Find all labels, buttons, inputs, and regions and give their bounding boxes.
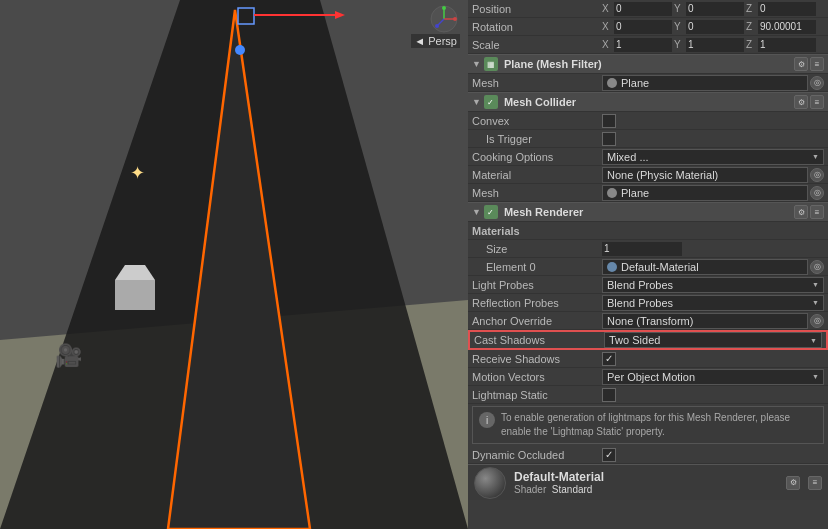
light-probes-value: Blend Probes bbox=[607, 279, 673, 291]
svg-point-13 bbox=[442, 6, 446, 10]
mesh-filter-btn1[interactable]: ⚙ bbox=[794, 57, 808, 71]
dynamic-occluded-checkbox[interactable]: ✓ bbox=[602, 448, 616, 462]
rotation-x-input[interactable] bbox=[614, 20, 672, 34]
cooking-options-label: Cooking Options bbox=[472, 151, 602, 163]
mesh-renderer-btn1[interactable]: ⚙ bbox=[794, 205, 808, 219]
receive-shadows-checkbox[interactable]: ✓ bbox=[602, 352, 616, 366]
mesh-filter-btn2[interactable]: ≡ bbox=[810, 57, 824, 71]
position-x-input[interactable] bbox=[614, 2, 672, 16]
collider-mesh-label: Mesh bbox=[472, 187, 602, 199]
dynamic-occluded-label: Dynamic Occluded bbox=[472, 449, 602, 461]
light-probes-dropdown[interactable]: Blend Probes bbox=[602, 277, 824, 293]
position-z-field: Z bbox=[746, 2, 816, 16]
reflection-probes-dropdown[interactable]: Blend Probes bbox=[602, 295, 824, 311]
mesh-collider-btn1[interactable]: ⚙ bbox=[794, 95, 808, 109]
mesh-filter-mesh-selector[interactable]: ◎ bbox=[810, 76, 824, 90]
info-text: To enable generation of lightmaps for th… bbox=[501, 411, 817, 439]
lightmap-static-row: Lightmap Static bbox=[468, 386, 828, 404]
material-info: Default-Material Shader Standard bbox=[514, 470, 778, 495]
collider-material-row: Material None (Physic Material) ◎ bbox=[468, 166, 828, 184]
mesh-collider-title: Mesh Collider bbox=[504, 96, 794, 108]
anchor-override-field[interactable]: None (Transform) bbox=[602, 313, 808, 329]
receive-shadows-label: Receive Shadows bbox=[472, 353, 602, 365]
mesh-collider-btn2[interactable]: ≡ bbox=[810, 95, 824, 109]
info-box: i To enable generation of lightmaps for … bbox=[472, 406, 824, 444]
position-y-input[interactable] bbox=[686, 2, 744, 16]
element0-dot bbox=[607, 262, 617, 272]
anchor-override-label: Anchor Override bbox=[472, 315, 602, 327]
cooking-options-value: Mixed ... bbox=[607, 151, 649, 163]
sun-icon: ✦ bbox=[130, 162, 148, 180]
collider-mesh-selector[interactable]: ◎ bbox=[810, 186, 824, 200]
viewport[interactable]: ◄ Persp ✦ 🎥 bbox=[0, 0, 468, 529]
scale-y-field: Y bbox=[674, 38, 744, 52]
rotation-label: Rotation bbox=[472, 21, 602, 33]
mesh-filter-header[interactable]: ▼ ▦ Plane (Mesh Filter) ⚙ ≡ bbox=[468, 54, 828, 74]
collider-material-label: Material bbox=[472, 169, 602, 181]
anchor-override-selector[interactable]: ◎ bbox=[810, 314, 824, 328]
scene-svg bbox=[0, 0, 468, 529]
material-slot-btn2[interactable]: ≡ bbox=[808, 476, 822, 490]
element0-label: Element 0 bbox=[472, 261, 602, 273]
material-slot[interactable]: Default-Material Shader Standard ⚙ ≡ bbox=[468, 464, 828, 500]
mesh-collider-icon: ✓ bbox=[484, 95, 498, 109]
convex-checkbox[interactable] bbox=[602, 114, 616, 128]
info-icon: i bbox=[479, 412, 495, 428]
materials-size-row: Size bbox=[468, 240, 828, 258]
mesh-collider-arrow: ▼ bbox=[472, 97, 481, 107]
scale-x-input[interactable] bbox=[614, 38, 672, 52]
mesh-filter-mesh-value: Plane bbox=[621, 77, 649, 89]
mesh-collider-header[interactable]: ▼ ✓ Mesh Collider ⚙ ≡ bbox=[468, 92, 828, 112]
is-trigger-checkbox[interactable] bbox=[602, 132, 616, 146]
scale-z-input[interactable] bbox=[758, 38, 816, 52]
convex-row: Convex bbox=[468, 112, 828, 130]
collider-material-selector[interactable]: ◎ bbox=[810, 168, 824, 182]
rotation-y-field: Y bbox=[674, 20, 744, 34]
rotation-z-input[interactable] bbox=[758, 20, 816, 34]
position-z-input[interactable] bbox=[758, 2, 816, 16]
motion-vectors-value: Per Object Motion bbox=[607, 371, 695, 383]
cast-shadows-label: Cast Shadows bbox=[474, 334, 604, 346]
camera-icon: 🎥 bbox=[55, 343, 82, 369]
rotation-fields: X Y Z bbox=[602, 20, 824, 34]
reflection-probes-label: Reflection Probes bbox=[472, 297, 602, 309]
materials-size-input[interactable] bbox=[602, 242, 682, 256]
mesh-filter-mesh-field[interactable]: Plane bbox=[602, 75, 808, 91]
scale-fields: X Y Z bbox=[602, 38, 824, 52]
collider-material-field[interactable]: None (Physic Material) bbox=[602, 167, 808, 183]
cooking-options-dropdown[interactable]: Mixed ... bbox=[602, 149, 824, 165]
mesh-renderer-header[interactable]: ▼ ✓ Mesh Renderer ⚙ ≡ bbox=[468, 202, 828, 222]
element0-selector[interactable]: ◎ bbox=[810, 260, 824, 274]
cast-shadows-dropdown[interactable]: Two Sided bbox=[604, 332, 822, 348]
light-probes-row: Light Probes Blend Probes bbox=[468, 276, 828, 294]
collider-material-value: None (Physic Material) bbox=[607, 169, 718, 181]
mesh-filter-arrow: ▼ bbox=[472, 59, 481, 69]
mesh-renderer-btn2[interactable]: ≡ bbox=[810, 205, 824, 219]
shader-value: Standard bbox=[552, 484, 593, 495]
position-row: Position X Y Z bbox=[468, 0, 828, 18]
materials-group-row: Materials bbox=[468, 222, 828, 240]
receive-shadows-row: Receive Shadows ✓ bbox=[468, 350, 828, 368]
motion-vectors-label: Motion Vectors bbox=[472, 371, 602, 383]
position-fields: X Y Z bbox=[602, 2, 824, 16]
collider-mesh-field[interactable]: Plane bbox=[602, 185, 808, 201]
axis-widget bbox=[430, 5, 458, 33]
mesh-renderer-buttons: ⚙ ≡ bbox=[794, 205, 824, 219]
motion-vectors-row: Motion Vectors Per Object Motion bbox=[468, 368, 828, 386]
rotation-row: Rotation X Y Z bbox=[468, 18, 828, 36]
position-y-field: Y bbox=[674, 2, 744, 16]
persp-label: ◄ Persp bbox=[411, 34, 460, 48]
rotation-y-input[interactable] bbox=[686, 20, 744, 34]
motion-vectors-dropdown[interactable]: Per Object Motion bbox=[602, 369, 824, 385]
lightmap-static-checkbox[interactable] bbox=[602, 388, 616, 402]
material-slot-btn1[interactable]: ⚙ bbox=[786, 476, 800, 490]
position-label: Position bbox=[472, 3, 602, 15]
cast-shadows-row: Cast Shadows Two Sided bbox=[468, 330, 828, 350]
material-name: Default-Material bbox=[514, 470, 778, 484]
scale-y-input[interactable] bbox=[686, 38, 744, 52]
inspector-panel: Position X Y Z Rotation X Y bbox=[468, 0, 828, 529]
cast-shadows-value: Two Sided bbox=[609, 334, 660, 346]
element0-field[interactable]: Default-Material bbox=[602, 259, 808, 275]
material-shader: Shader Standard bbox=[514, 484, 778, 495]
element0-row: Element 0 Default-Material ◎ bbox=[468, 258, 828, 276]
